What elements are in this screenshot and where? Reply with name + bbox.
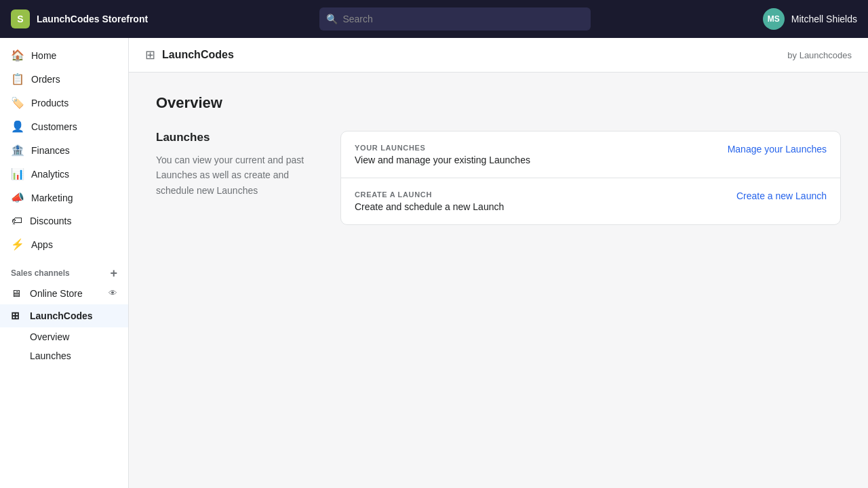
page-header-left: ⊞ LaunchCodes [145,47,234,62]
launchcodes-icon: ⊞ [11,310,23,322]
create-launch-label: CREATE A LAUNCH [355,190,726,199]
launch-card-body: CREATE A LAUNCH Create and schedule a ne… [355,190,726,212]
sidebar-item-label: Customers [31,121,77,132]
your-launches-desc: View and manage your existing Launches [355,155,717,165]
topbar-left: S LaunchCodes Storefront [11,9,148,28]
search-bar[interactable]: 🔍 [319,7,591,30]
products-icon: 🏷️ [11,96,24,109]
page-header-title: LaunchCodes [162,49,234,61]
sub-item-label: Overview [30,331,69,342]
sidebar-item-discounts[interactable]: 🏷 Discounts [0,209,128,232]
search-icon: 🔍 [326,14,338,24]
store-logo: S [11,9,30,28]
marketing-icon: 📣 [11,191,24,204]
store-name: LaunchCodes Storefront [37,14,148,24]
page-header: ⊞ LaunchCodes by Launchcodes [129,38,868,73]
sidebar-item-label: Analytics [31,169,69,180]
channel-label: LaunchCodes [30,310,93,321]
analytics-icon: 📊 [11,167,24,180]
sidebar: 🏠 Home 📋 Orders 🏷️ Products 👤 Customers … [0,38,129,488]
customers-icon: 👤 [11,120,24,133]
orders-icon: 📋 [11,73,24,85]
launches-section-title: Launches [156,131,319,144]
launch-card-create-launch: CREATE A LAUNCH Create and schedule a ne… [341,178,840,224]
online-store-icon: 🖥 [11,287,23,299]
channel-actions: 👁 [108,288,117,298]
launches-section-desc: You can view your current and past Launc… [156,152,319,198]
page-header-icon: ⊞ [145,47,155,62]
channel-label: Online Store [30,288,83,299]
sidebar-item-label: Products [31,98,68,108]
sales-channels-section: Sales channels + [0,256,128,282]
sidebar-item-label: Home [31,50,56,61]
sidebar-item-finances[interactable]: 🏦 Finances [0,138,128,162]
page-header-by: by Launchcodes [787,50,852,60]
sidebar-sub-overview[interactable]: Overview [0,327,128,346]
topbar: S LaunchCodes Storefront 🔍 MS Mitchell S… [0,0,868,38]
sidebar-item-orders[interactable]: 📋 Orders [0,67,128,91]
sidebar-item-home[interactable]: 🏠 Home [0,43,128,67]
sub-item-label: Launches [30,350,71,361]
eye-icon[interactable]: 👁 [108,288,117,298]
avatar: MS [763,8,785,30]
add-channel-button[interactable]: + [110,267,117,279]
sidebar-item-online-store[interactable]: 🖥 Online Store 👁 [0,282,128,304]
content-area: Overview Launches You can view your curr… [129,73,868,247]
main-content: ⊞ LaunchCodes by Launchcodes Overview La… [129,38,868,488]
user-name: Mitchell Shields [791,14,857,24]
topbar-right: MS Mitchell Shields [763,8,857,30]
discounts-icon: 🏷 [11,215,23,227]
sidebar-item-launchcodes[interactable]: ⊞ LaunchCodes [0,304,128,327]
search-input[interactable] [319,7,591,30]
create-launch-desc: Create and schedule a new Launch [355,201,726,212]
manage-launches-link[interactable]: Manage your Launches [728,144,827,155]
your-launches-label: YOUR LAUNCHES [355,144,717,152]
launches-section: Launches You can view your current and p… [156,131,841,225]
create-launch-link[interactable]: Create a new Launch [736,190,827,201]
sidebar-item-label: Apps [31,239,53,250]
sidebar-item-analytics[interactable]: 📊 Analytics [0,162,128,186]
finances-icon: 🏦 [11,144,24,157]
sidebar-sub-launches[interactable]: Launches [0,346,128,365]
layout: 🏠 Home 📋 Orders 🏷️ Products 👤 Customers … [0,38,868,488]
sidebar-item-label: Discounts [30,216,71,226]
sidebar-item-customers[interactable]: 👤 Customers [0,115,128,138]
launches-description: Launches You can view your current and p… [156,131,319,198]
overview-title: Overview [156,94,841,112]
sidebar-item-label: Marketing [31,192,73,203]
sidebar-item-marketing[interactable]: 📣 Marketing [0,186,128,209]
home-icon: 🏠 [11,49,24,62]
sidebar-item-label: Orders [31,74,60,85]
sidebar-item-label: Finances [31,145,70,156]
sales-channels-label: Sales channels [11,268,70,278]
apps-icon: ⚡ [11,238,24,251]
sidebar-item-products[interactable]: 🏷️ Products [0,91,128,115]
launches-cards: YOUR LAUNCHES View and manage your exist… [340,131,841,225]
launch-card-your-launches: YOUR LAUNCHES View and manage your exist… [341,131,840,178]
sidebar-item-apps[interactable]: ⚡ Apps [0,232,128,256]
launch-card-body: YOUR LAUNCHES View and manage your exist… [355,144,717,165]
